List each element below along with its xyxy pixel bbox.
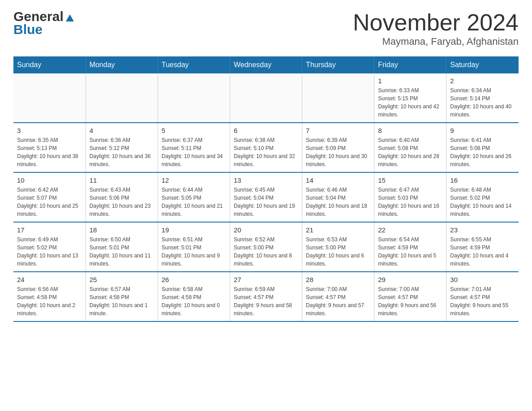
day-number: 22 <box>378 226 442 234</box>
week-row-3: 10Sunrise: 6:42 AMSunset: 5:07 PMDayligh… <box>13 172 519 222</box>
day-number: 3 <box>17 127 82 134</box>
day-info: Sunrise: 6:53 AMSunset: 5:00 PMDaylight:… <box>306 235 370 268</box>
day-number: 29 <box>378 276 442 283</box>
day-info: Sunrise: 6:57 AMSunset: 4:58 PMDaylight:… <box>90 285 154 317</box>
day-number: 5 <box>162 127 226 134</box>
week-row-4: 17Sunrise: 6:49 AMSunset: 5:02 PMDayligh… <box>13 222 519 272</box>
location-title: Maymana, Faryab, Afghanistan <box>353 36 519 47</box>
month-title: November 2024 <box>353 9 519 36</box>
week-row-5: 24Sunrise: 6:56 AMSunset: 4:58 PMDayligh… <box>13 272 519 321</box>
day-info: Sunrise: 6:40 AMSunset: 5:08 PMDaylight:… <box>378 136 442 168</box>
day-number: 17 <box>17 226 82 234</box>
calendar-cell: 21Sunrise: 6:53 AMSunset: 5:00 PMDayligh… <box>302 222 374 272</box>
day-info: Sunrise: 6:39 AMSunset: 5:09 PMDaylight:… <box>306 136 370 168</box>
day-info: Sunrise: 6:58 AMSunset: 4:58 PMDaylight:… <box>162 285 226 317</box>
calendar-cell: 12Sunrise: 6:44 AMSunset: 5:05 PMDayligh… <box>158 172 230 222</box>
col-friday: Friday <box>374 56 446 73</box>
day-info: Sunrise: 6:36 AMSunset: 5:12 PMDaylight:… <box>90 136 154 168</box>
col-thursday: Thursday <box>302 56 374 73</box>
calendar-cell: 1Sunrise: 6:33 AMSunset: 5:15 PMDaylight… <box>374 73 446 123</box>
day-info: Sunrise: 6:59 AMSunset: 4:57 PMDaylight:… <box>234 285 298 317</box>
day-number: 11 <box>90 176 154 184</box>
calendar-cell: 16Sunrise: 6:48 AMSunset: 5:02 PMDayligh… <box>446 172 519 222</box>
calendar-cell: 20Sunrise: 6:52 AMSunset: 5:00 PMDayligh… <box>230 222 302 272</box>
day-info: Sunrise: 6:43 AMSunset: 5:06 PMDaylight:… <box>90 186 154 218</box>
day-number: 27 <box>234 276 298 283</box>
calendar-body: 1Sunrise: 6:33 AMSunset: 5:15 PMDaylight… <box>13 73 519 321</box>
calendar-cell: 18Sunrise: 6:50 AMSunset: 5:01 PMDayligh… <box>86 222 158 272</box>
day-info: Sunrise: 6:56 AMSunset: 4:58 PMDaylight:… <box>17 285 82 317</box>
calendar-header: Sunday Monday Tuesday Wednesday Thursday… <box>13 56 519 73</box>
calendar-cell: 3Sunrise: 6:35 AMSunset: 5:13 PMDaylight… <box>13 123 86 172</box>
day-info: Sunrise: 6:52 AMSunset: 5:00 PMDaylight:… <box>234 235 298 268</box>
calendar-cell <box>86 73 158 123</box>
day-number: 6 <box>234 127 298 134</box>
calendar-cell: 15Sunrise: 6:47 AMSunset: 5:03 PMDayligh… <box>374 172 446 222</box>
day-number: 23 <box>450 226 515 234</box>
day-number: 4 <box>90 127 154 134</box>
calendar-cell: 9Sunrise: 6:41 AMSunset: 5:08 PMDaylight… <box>446 123 519 172</box>
calendar-cell: 6Sunrise: 6:38 AMSunset: 5:10 PMDaylight… <box>230 123 302 172</box>
day-info: Sunrise: 6:33 AMSunset: 5:15 PMDaylight:… <box>378 86 442 119</box>
day-info: Sunrise: 6:54 AMSunset: 4:59 PMDaylight:… <box>378 235 442 268</box>
day-number: 21 <box>306 226 370 234</box>
day-number: 2 <box>450 77 515 85</box>
title-section: November 2024 Maymana, Faryab, Afghanist… <box>353 9 519 47</box>
calendar-cell <box>302 73 374 123</box>
calendar-cell: 7Sunrise: 6:39 AMSunset: 5:09 PMDaylight… <box>302 123 374 172</box>
calendar-cell: 8Sunrise: 6:40 AMSunset: 5:08 PMDaylight… <box>374 123 446 172</box>
day-number: 25 <box>90 276 154 283</box>
logo-blue-text: Blue <box>13 22 74 37</box>
calendar-cell: 29Sunrise: 7:00 AMSunset: 4:57 PMDayligh… <box>374 272 446 321</box>
calendar-cell <box>158 73 230 123</box>
day-info: Sunrise: 6:42 AMSunset: 5:07 PMDaylight:… <box>17 186 82 218</box>
day-info: Sunrise: 6:37 AMSunset: 5:11 PMDaylight:… <box>162 136 226 168</box>
day-number: 1 <box>378 77 442 85</box>
col-saturday: Saturday <box>446 56 519 73</box>
logo: General Blue <box>13 9 74 37</box>
day-info: Sunrise: 6:55 AMSunset: 4:59 PMDaylight:… <box>450 235 515 268</box>
header-row: Sunday Monday Tuesday Wednesday Thursday… <box>13 56 519 73</box>
calendar-cell: 26Sunrise: 6:58 AMSunset: 4:58 PMDayligh… <box>158 272 230 321</box>
calendar-cell: 10Sunrise: 6:42 AMSunset: 5:07 PMDayligh… <box>13 172 86 222</box>
calendar-cell: 14Sunrise: 6:46 AMSunset: 5:04 PMDayligh… <box>302 172 374 222</box>
day-info: Sunrise: 6:48 AMSunset: 5:02 PMDaylight:… <box>450 186 515 218</box>
calendar-cell: 19Sunrise: 6:51 AMSunset: 5:01 PMDayligh… <box>158 222 230 272</box>
day-number: 16 <box>450 176 515 184</box>
day-number: 8 <box>378 127 442 134</box>
calendar-table: Sunday Monday Tuesday Wednesday Thursday… <box>13 56 519 322</box>
calendar-cell: 4Sunrise: 6:36 AMSunset: 5:12 PMDaylight… <box>86 123 158 172</box>
day-number: 9 <box>450 127 515 134</box>
day-number: 30 <box>450 276 515 283</box>
day-info: Sunrise: 6:47 AMSunset: 5:03 PMDaylight:… <box>378 186 442 218</box>
day-info: Sunrise: 6:51 AMSunset: 5:01 PMDaylight:… <box>162 235 226 268</box>
calendar-cell: 24Sunrise: 6:56 AMSunset: 4:58 PMDayligh… <box>13 272 86 321</box>
calendar-cell: 2Sunrise: 6:34 AMSunset: 5:14 PMDaylight… <box>446 73 519 123</box>
col-wednesday: Wednesday <box>230 56 302 73</box>
day-number: 19 <box>162 226 226 234</box>
day-info: Sunrise: 6:46 AMSunset: 5:04 PMDaylight:… <box>306 186 370 218</box>
day-info: Sunrise: 6:50 AMSunset: 5:01 PMDaylight:… <box>90 235 154 268</box>
day-info: Sunrise: 6:34 AMSunset: 5:14 PMDaylight:… <box>450 86 515 119</box>
calendar-cell: 13Sunrise: 6:45 AMSunset: 5:04 PMDayligh… <box>230 172 302 222</box>
calendar-cell <box>230 73 302 123</box>
col-sunday: Sunday <box>13 56 86 73</box>
day-info: Sunrise: 6:38 AMSunset: 5:10 PMDaylight:… <box>234 136 298 168</box>
day-info: Sunrise: 6:41 AMSunset: 5:08 PMDaylight:… <box>450 136 515 168</box>
week-row-2: 3Sunrise: 6:35 AMSunset: 5:13 PMDaylight… <box>13 123 519 172</box>
day-info: Sunrise: 7:00 AMSunset: 4:57 PMDaylight:… <box>306 285 370 317</box>
day-info: Sunrise: 7:00 AMSunset: 4:57 PMDaylight:… <box>378 285 442 317</box>
day-number: 10 <box>17 176 82 184</box>
calendar-cell: 5Sunrise: 6:37 AMSunset: 5:11 PMDaylight… <box>158 123 230 172</box>
day-number: 15 <box>378 176 442 184</box>
col-monday: Monday <box>86 56 158 73</box>
calendar-cell: 30Sunrise: 7:01 AMSunset: 4:57 PMDayligh… <box>446 272 519 321</box>
calendar-cell <box>13 73 86 123</box>
day-number: 18 <box>90 226 154 234</box>
day-number: 24 <box>17 276 82 283</box>
week-row-1: 1Sunrise: 6:33 AMSunset: 5:15 PMDaylight… <box>13 73 519 123</box>
day-number: 13 <box>234 176 298 184</box>
day-number: 14 <box>306 176 370 184</box>
calendar-cell: 23Sunrise: 6:55 AMSunset: 4:59 PMDayligh… <box>446 222 519 272</box>
day-number: 20 <box>234 226 298 234</box>
